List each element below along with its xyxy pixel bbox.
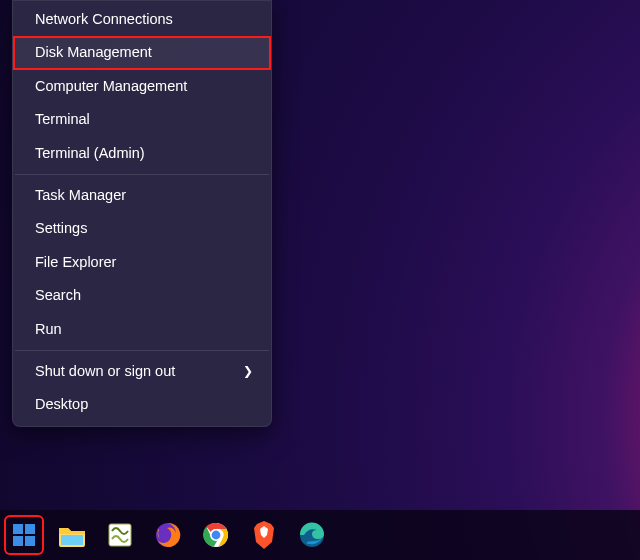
- menu-item-terminal[interactable]: Terminal: [13, 103, 271, 136]
- menu-separator: [15, 350, 269, 351]
- menu-item-label: Terminal (Admin): [35, 145, 145, 162]
- menu-item-label: File Explorer: [35, 254, 116, 271]
- menu-item-run[interactable]: Run: [13, 313, 271, 346]
- menu-item-network-connections[interactable]: Network Connections: [13, 3, 271, 36]
- menu-item-task-manager[interactable]: Task Manager: [13, 179, 271, 212]
- brave-icon: [251, 520, 277, 550]
- menu-item-label: Run: [35, 321, 62, 338]
- menu-item-label: Computer Management: [35, 78, 187, 95]
- menu-separator: [15, 174, 269, 175]
- taskbar-chrome[interactable]: [198, 517, 234, 553]
- svg-rect-4: [61, 535, 83, 545]
- menu-item-search[interactable]: Search: [13, 279, 271, 312]
- folder-icon: [57, 522, 87, 548]
- svg-rect-0: [13, 524, 23, 534]
- taskbar-brave[interactable]: [246, 517, 282, 553]
- taskbar-notepad-plus-plus[interactable]: [102, 517, 138, 553]
- menu-item-file-explorer[interactable]: File Explorer: [13, 246, 271, 279]
- menu-item-computer-management[interactable]: Computer Management: [13, 70, 271, 103]
- menu-item-label: Search: [35, 287, 81, 304]
- menu-item-label: Terminal: [35, 111, 90, 128]
- edge-icon: [298, 521, 326, 549]
- taskbar-file-explorer[interactable]: [54, 517, 90, 553]
- chrome-icon: [202, 521, 230, 549]
- menu-item-label: Disk Management: [35, 44, 152, 61]
- taskbar-firefox[interactable]: [150, 517, 186, 553]
- menu-item-shut-down-or-sign-out[interactable]: Shut down or sign out ❯: [13, 355, 271, 388]
- menu-item-terminal-admin[interactable]: Terminal (Admin): [13, 137, 271, 170]
- notepad-plus-plus-icon: [106, 521, 134, 549]
- taskbar: [0, 510, 640, 560]
- winx-context-menu: Network Connections Disk Management Comp…: [12, 0, 272, 427]
- menu-item-label: Shut down or sign out: [35, 363, 175, 380]
- svg-rect-5: [109, 524, 131, 546]
- menu-item-desktop[interactable]: Desktop: [13, 388, 271, 421]
- menu-item-label: Task Manager: [35, 187, 126, 204]
- menu-item-label: Desktop: [35, 396, 88, 413]
- menu-item-label: Network Connections: [35, 11, 173, 28]
- taskbar-edge[interactable]: [294, 517, 330, 553]
- start-button[interactable]: [6, 517, 42, 553]
- svg-rect-3: [25, 536, 35, 546]
- menu-item-label: Settings: [35, 220, 87, 237]
- menu-item-disk-management[interactable]: Disk Management: [13, 36, 271, 69]
- firefox-icon: [154, 521, 182, 549]
- svg-rect-1: [25, 524, 35, 534]
- svg-rect-2: [13, 536, 23, 546]
- windows-logo-icon: [11, 522, 37, 548]
- menu-item-settings[interactable]: Settings: [13, 212, 271, 245]
- chevron-right-icon: ❯: [243, 364, 253, 378]
